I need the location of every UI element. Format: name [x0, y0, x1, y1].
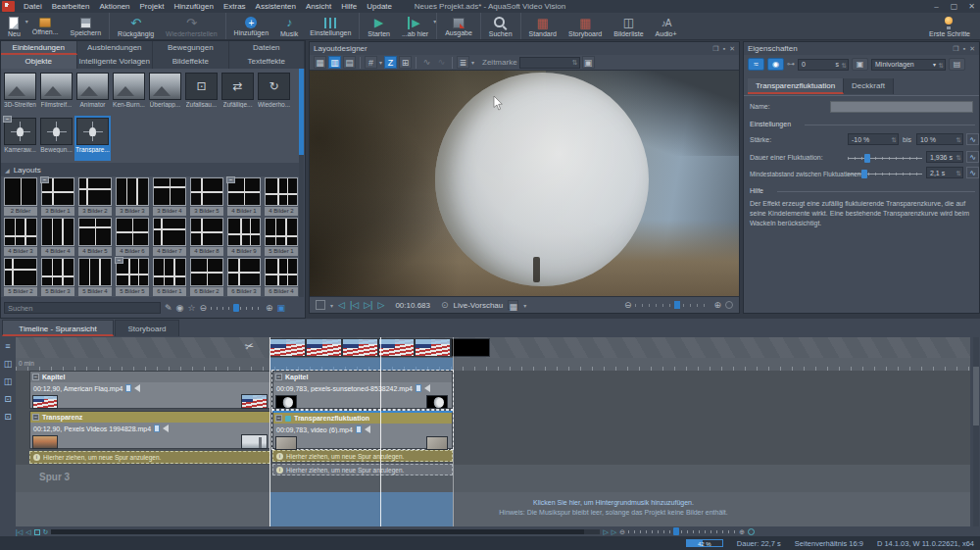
collapse-icon[interactable]: −: [275, 374, 282, 380]
menu-item[interactable]: Hinzufügen: [169, 0, 218, 13]
play-icon[interactable]: ▷: [377, 300, 384, 310]
playhead[interactable]: [380, 337, 381, 526]
effect-3d-streifen[interactable]: 3D-Streifen: [2, 71, 38, 116]
zoom-in-icon[interactable]: ⊕: [739, 528, 745, 536]
grid-icon[interactable]: ▦: [314, 56, 326, 69]
close-panel-icon[interactable]: ✕: [729, 45, 735, 53]
effect-kamerawege[interactable]: Kameraw...: [2, 116, 38, 161]
layers2-icon[interactable]: ◫: [4, 376, 13, 386]
menu-item[interactable]: Extras: [219, 0, 251, 13]
layout-item[interactable]: 3 Bilder 5: [188, 176, 225, 217]
menu-item[interactable]: Datei: [19, 0, 47, 13]
curve2-icon[interactable]: ∿: [435, 56, 448, 69]
menu-item[interactable]: Assistenten: [251, 0, 301, 13]
filmstrip-frame[interactable]: [270, 338, 306, 357]
storyboard-view-button[interactable]: ▾ Storyboard: [563, 13, 608, 39]
list-icon[interactable]: ≣: [457, 56, 469, 69]
effects-panel-scrollbar[interactable]: [299, 69, 304, 297]
live-caret-icon[interactable]: ▾: [523, 302, 526, 309]
sound-icon[interactable]: ◁: [338, 300, 345, 310]
collapse-group-icon[interactable]: [115, 257, 123, 264]
collapse-group-icon[interactable]: [226, 176, 235, 183]
zoom-out-icon[interactable]: ⊖: [624, 300, 632, 310]
clip-group-kapitel-2[interactable]: −Kapitel 00:09,783, pexels-sunsetoned-85…: [272, 371, 453, 409]
clip-group-kapitel-1[interactable]: −Kapitel 00:12,90, American Flag.mp4: [29, 371, 270, 409]
music-button[interactable]: ▾ Musik: [274, 13, 304, 39]
tab-ausblendungen[interactable]: Ausblendungen: [77, 41, 154, 55]
min-distance-curve-button[interactable]: ∿: [966, 167, 979, 178]
manual-input-button[interactable]: ≈: [748, 58, 764, 71]
layout-item[interactable]: 4 Bilder 6: [114, 217, 151, 257]
pin-panel-icon[interactable]: ▪: [723, 45, 725, 53]
play-icon[interactable]: ▷: [603, 528, 608, 536]
menu-item[interactable]: Aktionen: [94, 0, 134, 13]
save-button[interactable]: ▾ Speichern: [65, 13, 108, 39]
collapse-icon[interactable]: −: [32, 374, 39, 380]
search-input[interactable]: Suchen: [4, 302, 161, 314]
zoom-in-icon[interactable]: ⊕: [266, 302, 273, 314]
menu-item[interactable]: Hilfe: [336, 0, 362, 13]
layout-item[interactable]: 4 Bilder 4: [39, 217, 76, 257]
effect-zufaellige[interactable]: ⇄ Zufällige...: [220, 71, 256, 116]
effect-ueberlappen[interactable]: Überlapp...: [147, 71, 183, 116]
timeline-vscrollbar[interactable]: [973, 337, 979, 526]
skip-start-icon[interactable]: |◁: [350, 300, 359, 310]
clip-group-transparenz[interactable]: −Transparenz 00:12,90, Pexels Videos 199…: [29, 411, 270, 449]
open-button[interactable]: ▾ Öffnen...: [26, 13, 65, 39]
settings-button[interactable]: ▾ Einstellungen: [304, 13, 357, 39]
layout-item[interactable]: 6 Bilder 4: [263, 257, 300, 297]
imagelist-view-button[interactable]: ▾ Bilderliste: [608, 13, 649, 39]
first-steps-button[interactable]: ▾ Erste Schritte: [923, 13, 976, 39]
visibility-button[interactable]: ◉: [767, 58, 784, 71]
filmstrip-frame[interactable]: [306, 338, 342, 357]
keyframe-icon[interactable]: ▣: [852, 58, 868, 71]
zorder-icon[interactable]: Z: [384, 56, 397, 69]
menu-item[interactable]: Bearbeiten: [47, 0, 95, 13]
layout-item[interactable]: 5 Bilder 5: [114, 257, 151, 297]
magnifier-icon[interactable]: [725, 301, 733, 309]
layout-item[interactable]: 3 Bilder 2: [76, 176, 114, 217]
layers-icon[interactable]: ◫: [4, 359, 13, 369]
music-hint[interactable]: Klicken Sie hier, um Hintergrundmusik hi…: [408, 498, 819, 508]
video-preview[interactable]: [310, 71, 739, 296]
stop-icon[interactable]: [316, 300, 325, 310]
expand-icon[interactable]: ⊞: [399, 56, 412, 69]
duration-curve-button[interactable]: ∿: [966, 151, 979, 163]
frame-icon[interactable]: ⊡: [4, 394, 12, 404]
filmstrip-frame[interactable]: [378, 338, 415, 357]
layout-item[interactable]: 4 Bilder 3: [2, 217, 39, 257]
min-distance-input[interactable]: 2,1 s: [926, 167, 963, 178]
effect-zufallsauswahl[interactable]: ⊡ Zufallsau...: [183, 71, 220, 116]
tab-transparenzfluktuation[interactable]: Transparenzfluktuation: [748, 78, 844, 94]
effect-filmstreifen[interactable]: Filmstreif...: [38, 71, 74, 116]
layout-item[interactable]: 6 Bilder 3: [225, 257, 263, 297]
undo-button[interactable]: ▾ Rückgängig: [109, 13, 160, 39]
new-track-drop-zone[interactable]: iHierher ziehen, um neue Spur anzulegen.: [272, 450, 453, 462]
layout-item[interactable]: 6 Bilder 2: [188, 257, 225, 297]
layout-item[interactable]: 3 Bilder 4: [151, 176, 188, 217]
filmstrip-black-frame[interactable]: [451, 338, 490, 357]
preview-zoom-slider[interactable]: [635, 304, 710, 307]
close-panel-icon[interactable]: ✕: [969, 45, 975, 53]
new-track-drop-zone[interactable]: iHierher ziehen, um neue Spur anzulegen.: [272, 464, 453, 475]
float-panel-icon[interactable]: ❐: [953, 45, 958, 53]
layout-item[interactable]: 2 Bilder: [2, 176, 39, 217]
zoom-in-icon[interactable]: ⊕: [713, 300, 721, 310]
layout-item[interactable]: 5 Bilder 4: [76, 257, 114, 297]
menu-item[interactable]: Update: [362, 0, 397, 13]
folder-icon[interactable]: ▤: [949, 58, 965, 71]
effect-bewegungen[interactable]: Bewegun...: [38, 116, 74, 161]
play-from-here-button[interactable]: ▾ ...ab hier: [396, 13, 434, 39]
raster-caret-icon[interactable]: ▾: [379, 59, 382, 66]
layouts-section-header[interactable]: Layouts: [1, 163, 300, 176]
standard-view-button[interactable]: ▾ Standard: [520, 13, 563, 39]
strength-to-input[interactable]: 10 %: [916, 133, 963, 145]
layout-item[interactable]: 4 Bilder 7: [151, 217, 188, 257]
track-spur3[interactable]: Spur 3: [16, 465, 970, 492]
audio-view-button[interactable]: ▾ Audio+: [650, 13, 683, 39]
layout-item[interactable]: 3 Bilder 1: [39, 176, 76, 217]
strength-curve-button[interactable]: ∿: [966, 133, 979, 145]
minivorlagen-select[interactable]: Minivorlagen▾: [871, 59, 946, 71]
menu-item[interactable]: Projekt: [135, 0, 170, 13]
raster-icon[interactable]: #: [365, 56, 377, 69]
